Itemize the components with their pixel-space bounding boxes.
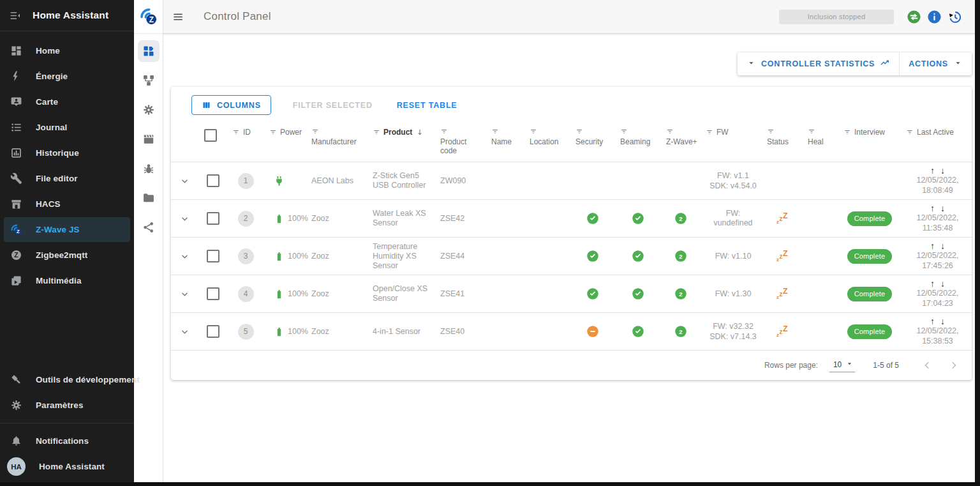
arrow-down-icon: ↓ — [940, 204, 945, 213]
row-checkbox[interactable] — [207, 325, 219, 338]
expand-row-button[interactable] — [171, 247, 200, 266]
rail-item-network-graph[interactable] — [138, 70, 160, 91]
column-header-power[interactable]: Power — [265, 125, 308, 155]
minus-circle-icon — [586, 325, 599, 338]
filter-icon[interactable] — [706, 128, 713, 136]
column-header-fw[interactable]: FW — [702, 125, 763, 155]
column-header-beaming[interactable]: Beaming — [616, 125, 662, 155]
node-id-cell: 2 — [228, 207, 265, 231]
select-all-checkbox[interactable] — [204, 129, 217, 142]
sidebar-item-multim-dia[interactable]: Multimédia — [4, 268, 130, 293]
column-header-interview[interactable]: Interview — [840, 125, 902, 155]
row-checkbox[interactable] — [207, 287, 219, 300]
hamburger-menu-icon[interactable] — [172, 11, 184, 23]
filter-icon[interactable] — [232, 128, 240, 136]
filter-icon[interactable] — [906, 128, 914, 136]
rail-item-control-panel[interactable] — [138, 40, 160, 62]
table-row-node-1: 1AEON LabsZ-Stick Gen5 USB ControllerZW0… — [171, 162, 972, 199]
sidebar-item-nergie[interactable]: Énergie — [4, 64, 130, 89]
column-header-id[interactable]: ID — [228, 125, 265, 155]
next-page-button[interactable] — [947, 359, 960, 372]
filter-icon[interactable] — [530, 128, 537, 135]
filter-icon[interactable] — [808, 128, 815, 135]
sidebar-item-historique[interactable]: Historique — [4, 140, 130, 165]
filter-icon[interactable] — [373, 128, 380, 136]
actions-button[interactable]: ACTIONS — [899, 52, 972, 75]
column-header-location[interactable]: Location — [526, 125, 572, 155]
expand-row-button[interactable] — [171, 284, 200, 304]
rail-item-store[interactable] — [138, 187, 160, 209]
expand-row-button[interactable] — [171, 209, 200, 229]
rows-per-page-select[interactable]: 10 — [829, 358, 855, 372]
filter-icon[interactable] — [440, 128, 448, 135]
filter-icon[interactable] — [843, 128, 851, 136]
power-cell — [265, 171, 308, 191]
expand-row-button[interactable] — [171, 171, 200, 191]
column-header-z-wave[interactable]: Z-Wave+ — [662, 125, 702, 155]
column-label: Z-Wave+ — [666, 137, 697, 146]
sidebar-item-z-wave-js[interactable]: ZZ-Wave JS — [4, 217, 130, 242]
column-header-product[interactable]: Product — [369, 125, 436, 155]
swap-inclusion-icon[interactable] — [907, 10, 921, 24]
column-header-manufacturer[interactable]: Manufacturer — [308, 125, 369, 155]
rx-tx-arrows: ↑↓ — [930, 279, 945, 288]
last-active-cell: ↑↓12/05/2022,11:35:48 — [902, 200, 972, 237]
filter-icon[interactable] — [767, 128, 775, 135]
inclusion-status-button[interactable]: Inclusion stopped — [779, 10, 894, 24]
filter-selected-button[interactable]: FILTER SELECTED — [290, 97, 375, 114]
column-header-last-active[interactable]: Last Active — [902, 125, 972, 155]
sidebar-item-param-tres[interactable]: Paramètres — [4, 393, 130, 418]
sidebar-item-home[interactable]: Home — [4, 38, 130, 63]
column-header-product-code[interactable]: Product code — [436, 125, 487, 155]
node-id-cell: 4 — [228, 282, 265, 306]
filter-icon[interactable] — [491, 128, 499, 135]
last-active-date: 12/05/2022, — [916, 213, 958, 223]
row-checkbox[interactable] — [207, 250, 219, 262]
sidebar-item-carte[interactable]: Carte — [4, 89, 130, 114]
columns-button[interactable]: COLUMNS — [191, 95, 271, 115]
controller-statistics-button[interactable]: CONTROLLER STATISTICS — [738, 52, 899, 75]
expand-row-button[interactable] — [171, 322, 200, 342]
row-checkbox[interactable] — [207, 212, 219, 225]
reset-table-button[interactable]: RESET TABLE — [394, 97, 460, 114]
sidebar-item-journal[interactable]: Journal — [4, 115, 130, 140]
sidebar-toggle-icon[interactable] — [9, 10, 21, 22]
zwave-logo-icon[interactable]: Z — [134, 0, 163, 34]
history-icon[interactable] — [947, 10, 962, 24]
column-header-status[interactable]: Status — [763, 125, 804, 155]
sidebar-item-hacs[interactable]: HACS — [4, 192, 130, 216]
rows-per-page-value: 10 — [833, 360, 842, 369]
zwave-plus-badge: 2 — [674, 212, 687, 225]
product-cell: Z-Stick Gen5 USB Controller — [369, 167, 436, 194]
column-header-name[interactable]: Name — [487, 125, 526, 155]
sidebar-item-zigbee2mqtt[interactable]: ZZigbee2mqtt — [4, 243, 130, 268]
column-header-security[interactable]: Security — [572, 125, 616, 155]
sidebar-item-file-editor[interactable]: File editor — [4, 166, 130, 191]
filter-icon[interactable] — [269, 128, 277, 136]
check-circle-icon — [586, 287, 599, 300]
ha-sidebar: Home Assistant HomeÉnergieCarteJournalHi… — [0, 0, 134, 486]
filter-icon[interactable] — [666, 128, 674, 135]
sidebar-item-notifications[interactable]: Notifications — [4, 429, 130, 453]
filter-icon[interactable] — [575, 128, 583, 135]
table-header-row: IDPowerManufacturerProductProduct codeNa… — [171, 121, 972, 162]
previous-page-button[interactable] — [921, 359, 933, 372]
chevron-down-icon — [179, 250, 191, 262]
column-label: ID — [243, 128, 251, 137]
last-active-date: 12/05/2022, — [916, 289, 958, 298]
filter-icon[interactable] — [311, 128, 319, 135]
info-icon[interactable] — [927, 10, 942, 24]
sidebar-item-outils-de-d-veloppement[interactable]: Outils de développement — [4, 367, 130, 392]
sidebar-item-profile[interactable]: HA Home Assistant — [4, 454, 130, 479]
location-cell — [526, 177, 572, 185]
rx-tx-arrows: ↑↓ — [930, 241, 945, 250]
column-header-heal[interactable]: Heal — [804, 125, 840, 155]
filter-icon[interactable] — [620, 128, 628, 135]
rail-item-share[interactable] — [138, 216, 160, 238]
table-toolbar: COLUMNS FILTER SELECTED RESET TABLE — [171, 87, 972, 121]
rail-item-debug[interactable] — [138, 158, 160, 179]
rail-item-scenes[interactable] — [138, 128, 160, 150]
rail-item-settings[interactable] — [138, 99, 160, 121]
last-active-time: 18:08:49 — [922, 186, 953, 195]
row-checkbox[interactable] — [207, 174, 219, 187]
